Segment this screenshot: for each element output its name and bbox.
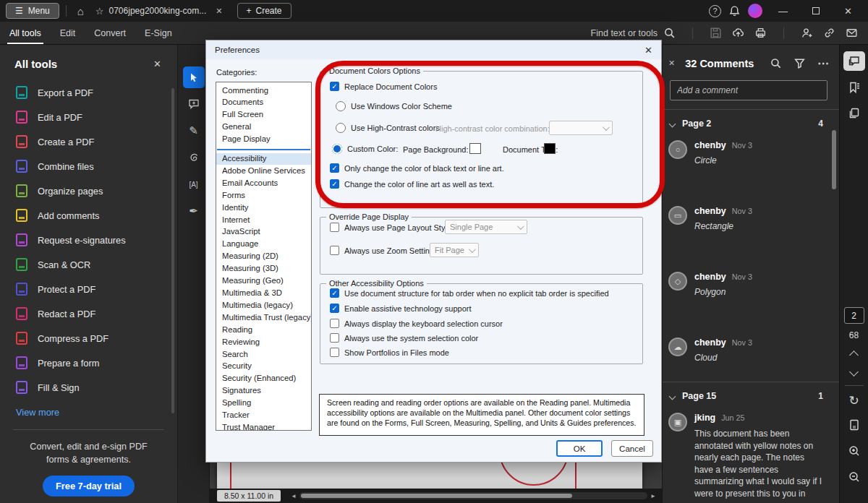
comments-tool-button[interactable]	[843, 51, 865, 71]
close-window-button[interactable]: ✕	[835, 6, 861, 17]
category-item[interactable]: Tracker	[216, 410, 311, 422]
email-icon[interactable]	[846, 27, 858, 39]
category-item[interactable]: Reading	[216, 324, 311, 336]
tool-combine-files[interactable]: Combine files	[0, 154, 177, 179]
tool-compress-pdf[interactable]: Compress a PDF	[0, 326, 177, 351]
star-icon[interactable]: ☆	[95, 6, 104, 17]
zoom-in-button[interactable]	[843, 441, 865, 460]
page-group-header[interactable]: Page 2 4	[663, 110, 839, 132]
scroll-left-icon[interactable]: ◄	[291, 493, 297, 499]
zoom-setting-checkbox[interactable]: Always use Zoom Setting	[330, 246, 434, 255]
category-item[interactable]: Multimedia & 3D	[216, 288, 311, 300]
highlight-tool-button[interactable]: ✎	[183, 120, 205, 142]
comment-item[interactable]: ◇ chenbyNov 3 Polygon	[663, 263, 839, 297]
add-user-icon[interactable]	[801, 27, 813, 39]
only-black-text-checkbox[interactable]: ✓ Only change the color of black text or…	[330, 163, 504, 173]
category-item[interactable]: Security	[216, 361, 311, 373]
tool-organize-pages[interactable]: Organize pages	[0, 179, 177, 203]
print-icon[interactable]	[754, 27, 767, 39]
document-tab[interactable]: ☆ 0706jpeg2000king-com... ✕	[88, 0, 230, 22]
category-item[interactable]: Measuring (Geo)	[216, 275, 311, 288]
category-item[interactable]: Page Display	[216, 134, 311, 146]
bookmarks-tool-button[interactable]	[843, 77, 865, 97]
add-comment-tool-button[interactable]	[183, 93, 205, 115]
maximize-button[interactable]	[804, 6, 828, 17]
menu-button[interactable]: ☰ Menu	[6, 3, 59, 19]
page-thumbnails-tool-button[interactable]	[843, 103, 865, 123]
category-item[interactable]: JavaScript	[216, 226, 311, 238]
pdf-page[interactable]	[217, 463, 642, 489]
category-item[interactable]: Email Accounts	[216, 177, 311, 189]
page-display-options-button[interactable]	[843, 415, 865, 434]
notifications-bell-icon[interactable]	[728, 5, 741, 17]
cloud-upload-icon[interactable]	[732, 27, 744, 39]
category-item[interactable]: Commenting	[216, 85, 311, 97]
page-background-swatch[interactable]	[469, 143, 481, 154]
tool-scan-ocr[interactable]: Scan & OCR	[0, 252, 177, 277]
add-comment-input[interactable]	[670, 80, 827, 100]
close-panel-icon[interactable]: ✕	[153, 59, 161, 69]
tool-edit-pdf[interactable]: Edit a PDF	[0, 105, 177, 129]
category-item[interactable]: Identity	[216, 202, 311, 214]
category-item[interactable]: Forms	[216, 189, 311, 202]
scroll-right-icon[interactable]: ►	[650, 493, 656, 499]
system-selection-color-checkbox[interactable]: Always use the system selection color	[330, 333, 478, 343]
find-tools-button[interactable]: Find text or tools	[591, 27, 676, 39]
close-comments-icon[interactable]: ✕	[668, 59, 675, 68]
category-item[interactable]: Reviewing	[216, 336, 311, 348]
next-page-icon[interactable]	[849, 367, 859, 377]
tool-export-pdf[interactable]: Export a PDF	[0, 80, 177, 105]
comment-item[interactable]: ☁ chenbyNov 3 Cloud	[663, 329, 839, 363]
tab-order-checkbox[interactable]: ✓ Use document structure for tab order w…	[330, 288, 609, 298]
category-item[interactable]: Internet	[216, 214, 311, 226]
tab-esign[interactable]: E-Sign	[135, 23, 182, 43]
comment-item[interactable]: ▭ chenbyNov 3 Rectangle	[663, 197, 839, 231]
tab-convert[interactable]: Convert	[85, 23, 135, 43]
category-item[interactable]: Spelling	[216, 397, 311, 410]
category-item[interactable]: Full Screen	[216, 109, 311, 121]
current-page-indicator[interactable]: 2	[844, 307, 864, 324]
category-item-accessibility[interactable]: Accessibility	[216, 153, 311, 165]
sign-tool-button[interactable]: ✒	[183, 200, 205, 222]
minimize-button[interactable]: —	[770, 6, 796, 17]
more-options-icon[interactable]: ⋯	[817, 56, 830, 70]
show-portfolios-checkbox[interactable]: Show Portfolios in Files mode	[330, 348, 449, 357]
page-layout-style-checkbox[interactable]: Always use Page Layout Style	[330, 223, 451, 232]
user-avatar[interactable]	[748, 4, 762, 18]
keyboard-cursor-checkbox[interactable]: Always display the keyboard selection cu…	[330, 319, 503, 328]
ok-button[interactable]: OK	[556, 440, 603, 457]
select-tool-button[interactable]	[183, 66, 205, 88]
tool-protect-pdf[interactable]: Protect a PDF	[0, 277, 177, 301]
hc-combo-dropdown[interactable]	[549, 121, 613, 135]
tool-add-comments[interactable]: Add comments	[0, 203, 177, 228]
custom-color-radio[interactable]: Custom Color:	[332, 144, 398, 154]
comments-scrollbar[interactable]	[832, 130, 836, 189]
zoom-out-button[interactable]	[843, 467, 865, 486]
category-item[interactable]: Search	[216, 348, 311, 361]
comment-item[interactable]: ▣ jkingJun 25 This document has been ann…	[663, 404, 839, 503]
windows-color-scheme-radio[interactable]: Use Windows Color Scheme	[336, 101, 452, 111]
search-comments-icon[interactable]	[770, 57, 782, 69]
cancel-button[interactable]: Cancel	[611, 440, 653, 457]
tool-create-pdf[interactable]: Create a PDF	[0, 129, 177, 154]
category-item[interactable]: Measuring (2D)	[216, 251, 311, 263]
free-trial-button[interactable]: Free 7-day trial	[43, 476, 135, 496]
rotate-page-icon[interactable]: ↻	[848, 393, 859, 408]
high-contrast-radio[interactable]: Use High-Contrast colors	[336, 123, 440, 133]
view-more-link[interactable]: View more	[0, 400, 177, 418]
categories-listbox[interactable]: Commenting Documents Full Screen General…	[216, 82, 312, 431]
help-icon[interactable]: ?	[709, 5, 721, 17]
page-group-header[interactable]: Page 15 1	[663, 382, 839, 404]
category-item[interactable]: Language	[216, 238, 311, 251]
page-layout-dropdown[interactable]: Single Page	[445, 220, 527, 234]
scroll-thumb[interactable]	[301, 494, 572, 498]
tool-redact-pdf[interactable]: Redact a PDF	[0, 301, 177, 326]
assistive-technology-checkbox[interactable]: ✓ Enable assistive technology support	[330, 304, 472, 313]
horizontal-scrollbar[interactable]: ◄ ►	[291, 492, 656, 499]
share-link-icon[interactable]	[823, 27, 835, 39]
create-tab-button[interactable]: + Create	[237, 3, 292, 19]
collapse-chevron-icon[interactable]	[669, 120, 676, 127]
tab-edit[interactable]: Edit	[51, 23, 85, 43]
category-item[interactable]: Documents	[216, 97, 311, 109]
collapse-chevron-icon[interactable]	[669, 392, 676, 400]
